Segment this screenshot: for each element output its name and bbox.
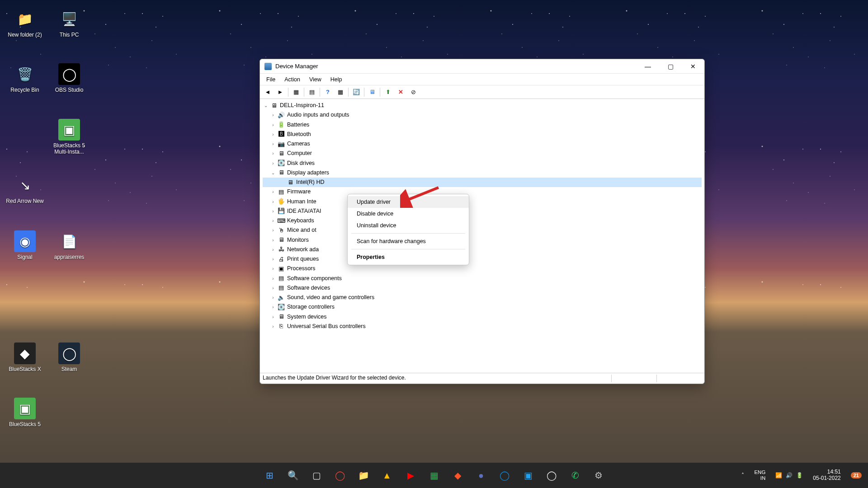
ctx-uninstall-device[interactable]: Uninstall device <box>348 220 469 231</box>
tree-category[interactable]: ⌄🖥Display adapters <box>263 168 702 178</box>
desktop-icon-appraiserres[interactable]: 📄appraiserres <box>49 230 90 260</box>
tree-category[interactable]: ›🅱Bluetooth <box>263 130 702 139</box>
chevron-icon[interactable]: › <box>270 207 276 215</box>
back-button[interactable]: ◄ <box>262 87 274 98</box>
chevron-icon[interactable]: › <box>270 111 276 119</box>
taskbar-search[interactable]: 🔍 <box>283 465 303 486</box>
tray-overflow[interactable]: ˄ <box>739 470 747 480</box>
titlebar[interactable]: Device Manager — ▢ ✕ <box>260 59 704 74</box>
tree-category[interactable]: ›🖐Human Inte <box>263 197 702 206</box>
properties-button[interactable]: ▤ <box>306 87 318 98</box>
chevron-icon[interactable]: › <box>270 275 276 282</box>
chevron-icon[interactable]: › <box>270 265 276 272</box>
tree-category[interactable]: ›📷Cameras <box>263 139 702 149</box>
tree-category[interactable]: ›▤Software devices <box>263 283 702 293</box>
device-tree[interactable]: ⌄🖥DELL-Inspiron-11›🔊Audio inputs and out… <box>260 99 704 373</box>
taskbar-drive[interactable]: ▲ <box>377 465 397 486</box>
ctx-properties[interactable]: Properties <box>348 251 469 263</box>
chevron-icon[interactable]: › <box>270 217 276 225</box>
taskbar-whatsapp[interactable]: ✆ <box>565 465 585 486</box>
menu-action[interactable]: Action <box>280 75 305 84</box>
show-hidden-button[interactable]: ▦ <box>290 87 302 98</box>
chevron-icon[interactable]: › <box>270 226 276 234</box>
desktop-icon-folder-newfolder2[interactable]: 📁New folder (2) <box>5 8 45 38</box>
tree-category[interactable]: ›⎘Universal Serial Bus controllers <box>263 322 702 331</box>
forward-button[interactable]: ► <box>274 87 286 98</box>
taskbar-chrome[interactable]: ◯ <box>330 465 350 486</box>
taskbar-edge[interactable]: ◯ <box>494 465 515 486</box>
ctx-scan-for-hardware-changes[interactable]: Scan for hardware changes <box>348 235 469 247</box>
taskbar-youtube[interactable]: ▶ <box>400 465 421 486</box>
clock[interactable]: 14:51 05-01-2022 <box>810 467 843 483</box>
tree-category[interactable]: ›🔋Batteries <box>263 120 702 130</box>
chevron-icon[interactable]: › <box>270 284 276 292</box>
chevron-icon[interactable]: › <box>270 160 276 167</box>
desktop-icon-signal[interactable]: ◉Signal <box>5 230 45 260</box>
taskbar-devmgr[interactable]: ⚙ <box>588 465 609 486</box>
chevron-icon[interactable]: › <box>270 294 276 301</box>
desktop-icon-obs[interactable]: ◯OBS Studio <box>49 63 90 93</box>
chevron-icon[interactable]: › <box>270 140 276 148</box>
disable-button[interactable]: ⊘ <box>407 87 419 98</box>
menu-file[interactable]: File <box>262 75 280 84</box>
chevron-icon[interactable]: › <box>270 198 276 206</box>
system-tray[interactable]: 📶 🔊 🔋 <box>773 470 806 480</box>
desktop-icon-bluestacks-multi[interactable]: ▣BlueStacks 5 Multi-Insta... <box>49 119 90 155</box>
tree-category[interactable]: ›💾IDE ATA/ATAI <box>263 206 702 216</box>
tree-category[interactable]: ›🖧Network ada <box>263 245 702 254</box>
taskbar-bit[interactable]: ● <box>471 465 491 486</box>
view-button[interactable]: ▦ <box>335 87 346 98</box>
chevron-icon[interactable]: › <box>270 236 276 244</box>
tree-category[interactable]: ›⌨Keyboards <box>263 216 702 225</box>
taskbar-start[interactable]: ⊞ <box>259 465 280 486</box>
chevron-icon[interactable]: › <box>270 313 276 321</box>
help-button[interactable]: ? <box>322 87 334 98</box>
tree-category[interactable]: ›▤Software components <box>263 274 702 283</box>
taskbar-sheets[interactable]: ▦ <box>424 465 444 486</box>
scan-hardware-button[interactable]: 🖥 <box>366 87 378 98</box>
taskbar-brave[interactable]: ◆ <box>447 465 468 486</box>
enable-button[interactable]: ⬆ <box>382 87 394 98</box>
tree-category[interactable]: ›💽Storage controllers <box>263 302 702 312</box>
chevron-icon[interactable]: › <box>270 150 276 157</box>
chevron-icon[interactable]: › <box>270 246 276 253</box>
tree-category[interactable]: ›🖥Monitors <box>263 235 702 245</box>
chevron-icon[interactable]: › <box>270 255 276 263</box>
taskbar[interactable]: ⊞🔍▢◯📁▲▶▦◆●◯▣◯✆⚙ ˄ ENG IN 📶 🔊 🔋 14:51 05-… <box>0 463 868 488</box>
menu-help[interactable]: Help <box>326 75 347 84</box>
tree-category[interactable]: ›🖥Computer <box>263 149 702 158</box>
taskbar-twitter[interactable]: ▣ <box>518 465 538 486</box>
chevron-icon[interactable]: ⌄ <box>263 102 269 109</box>
tree-category[interactable]: ›💽Disk drives <box>263 159 702 168</box>
ctx-update-driver[interactable]: Update driver <box>348 196 469 208</box>
taskbar-taskview[interactable]: ▢ <box>306 465 327 486</box>
desktop-icon-recyclebin[interactable]: 🗑️Recycle Bin <box>5 63 45 93</box>
desktop-icon-steam[interactable]: ◯Steam <box>49 343 90 372</box>
minimize-button[interactable]: — <box>637 59 659 74</box>
desktop-icon-bluestacks5[interactable]: ▣BlueStacks 5 <box>5 398 45 427</box>
tree-category[interactable]: ›🖨Print queues <box>263 254 702 264</box>
desktop-icon-bluestacksx[interactable]: ◆BlueStacks X <box>5 343 45 372</box>
maximize-button[interactable]: ▢ <box>659 59 682 74</box>
tree-device[interactable]: 🖥Intel(R) HD <box>263 178 702 187</box>
notification-center[interactable]: 21 <box>848 470 864 480</box>
tree-category[interactable]: ›▣Processors <box>263 264 702 273</box>
chevron-icon[interactable]: › <box>270 303 276 311</box>
tree-category[interactable]: ›🖥System devices <box>263 312 702 322</box>
ctx-disable-device[interactable]: Disable device <box>348 208 469 220</box>
chevron-icon[interactable]: › <box>270 188 276 196</box>
close-button[interactable]: ✕ <box>682 59 704 74</box>
chevron-icon[interactable]: › <box>270 131 276 138</box>
chevron-icon[interactable]: › <box>270 121 276 129</box>
tree-category[interactable]: ›🔊Audio inputs and outputs <box>263 110 702 120</box>
uninstall-button[interactable]: ✕ <box>395 87 406 98</box>
menu-view[interactable]: View <box>305 75 326 84</box>
chevron-icon[interactable]: › <box>270 323 276 330</box>
tree-category[interactable]: ›🖱Mice and ot <box>263 225 702 235</box>
tree-category[interactable]: ›▤Firmware <box>263 187 702 197</box>
chevron-icon[interactable]: ⌄ <box>270 169 276 177</box>
taskbar-explorer[interactable]: 📁 <box>353 465 374 486</box>
tree-category[interactable]: ›🔈Sound, video and game controllers <box>263 293 702 302</box>
language-switch[interactable]: ENG IN <box>751 468 768 483</box>
update-driver-button[interactable]: 🔄 <box>350 87 362 98</box>
